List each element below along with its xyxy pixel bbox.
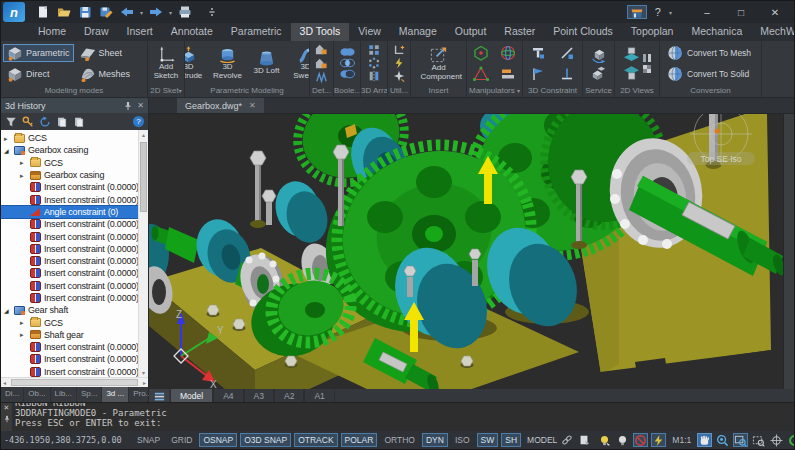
lights-on-icon[interactable] — [597, 433, 612, 447]
tree-item[interactable]: Insert constraint (0.0000) — [1, 181, 138, 193]
3d-canvas[interactable]: Top SE Iso Z Y X — [149, 114, 795, 389]
update-solid-icon[interactable] — [590, 46, 607, 63]
status-toggle[interactable]: POLAR — [341, 433, 378, 447]
sheet-mode-button[interactable]: Sheet — [76, 44, 145, 62]
panel-tab[interactable]: Sp... — [77, 387, 102, 402]
tree-horizontal-scrollbar[interactable]: ◂▸ — [1, 377, 148, 387]
close-document-icon[interactable]: ✕ — [249, 101, 256, 110]
ribbon-tab[interactable]: Parametric — [222, 23, 291, 41]
tree-item[interactable]: Insert constraint (0.0000) — [1, 230, 138, 242]
tree-item[interactable]: Insert constraint (0.0000) — [1, 267, 138, 279]
tree-item[interactable]: GCS — [1, 132, 138, 144]
close-button[interactable]: ✕ — [762, 7, 788, 18]
ribbon-tab[interactable]: Output — [446, 23, 496, 41]
scroll-down-icon[interactable]: ▾ — [139, 369, 148, 376]
annotation-scale[interactable]: M1:1 — [672, 435, 691, 445]
undo-dropdown-icon[interactable]: ▾ — [140, 9, 143, 16]
model-space-label[interactable]: MODEL — [527, 435, 557, 445]
expand-arrow-icon[interactable] — [20, 331, 30, 338]
status-toggle[interactable]: SNAP — [133, 433, 164, 447]
tree-item[interactable]: Insert constraint (0.0000) — [1, 218, 138, 230]
maximize-button[interactable]: □ — [728, 7, 754, 18]
panel-tab[interactable]: 3d ... — [102, 387, 129, 402]
tree-item[interactable]: Insert constraint (0.0000) — [1, 353, 138, 365]
flag-constraint-icon[interactable] — [531, 67, 545, 81]
detail-house2-icon[interactable] — [315, 57, 328, 70]
expand-arrow-icon[interactable] — [4, 147, 14, 154]
command-prompt-line[interactable]: Press ESC or ENTER to exit: — [15, 418, 794, 428]
ribbon-tab[interactable]: Topoplan — [622, 23, 683, 41]
status-toggle[interactable]: SW — [477, 433, 499, 447]
ribbon-tab[interactable]: Home — [29, 23, 75, 41]
triangle-manipulator-icon[interactable] — [473, 66, 489, 82]
locator-toggle-icon[interactable] — [787, 433, 795, 447]
coincident-constraint-icon[interactable] — [531, 46, 545, 60]
close-panel-icon[interactable]: ✕ — [137, 101, 144, 111]
tree-item[interactable]: Insert constraint (0.0000) — [1, 366, 138, 377]
convert-to-solid-button[interactable]: Convert To Solid — [663, 65, 753, 83]
link-icon[interactable] — [560, 433, 574, 447]
tree-item[interactable]: Gear shaft — [1, 304, 138, 316]
section-view-icon[interactable] — [623, 64, 640, 81]
refresh-icon[interactable] — [39, 116, 51, 128]
panel-tab[interactable]: Ob... — [24, 387, 50, 402]
tangent-constraint-icon[interactable] — [560, 46, 574, 60]
ribbon-tab[interactable]: 3D Tools — [291, 23, 350, 41]
status-toggle[interactable]: OTRACK — [294, 433, 337, 447]
panel-tab[interactable]: Di... — [1, 387, 24, 402]
expand-arrow-icon[interactable] — [20, 159, 30, 166]
hex-manipulator-icon[interactable] — [473, 45, 489, 61]
revolve-button[interactable]: 3D Revolve — [209, 44, 247, 82]
intersect-icon[interactable] — [340, 58, 355, 68]
undo-icon[interactable] — [119, 4, 135, 20]
paper-icon[interactable] — [577, 433, 591, 447]
add-sketch-button[interactable]: Add Sketch — [148, 44, 184, 82]
sphere-manipulator-icon[interactable] — [500, 45, 516, 61]
polar-array-icon[interactable] — [368, 57, 380, 69]
redo-dropdown-icon[interactable]: ▾ — [169, 9, 172, 16]
util-point-icon[interactable] — [393, 70, 405, 82]
tree-item[interactable]: GCS — [1, 316, 138, 328]
paste-history-icon[interactable] — [73, 116, 85, 128]
print-icon[interactable] — [177, 4, 193, 20]
status-toggle[interactable]: ORTHO — [380, 433, 419, 447]
copy-solids-icon[interactable] — [590, 64, 607, 81]
tree-item[interactable]: Gearbox casing — [1, 144, 138, 156]
quick-properties-icon[interactable] — [651, 433, 666, 447]
save-icon[interactable] — [77, 4, 93, 20]
bars-manipulator-icon[interactable] — [500, 66, 516, 82]
tree-item[interactable]: Gearbox casing — [1, 169, 138, 181]
detail-house-icon[interactable] — [315, 43, 328, 56]
ribbon-tab[interactable]: Draw — [75, 23, 118, 41]
util-corner-icon[interactable] — [393, 44, 405, 56]
status-toggle[interactable]: GRID — [167, 433, 196, 447]
copy-history-icon[interactable] — [56, 116, 68, 128]
pan-icon[interactable] — [697, 433, 712, 447]
tree-item[interactable]: Insert constraint (0.0000) — [1, 193, 138, 205]
document-tab[interactable]: Gearbox.dwg* ✕ — [177, 98, 264, 113]
ribbon-tab[interactable]: View — [349, 23, 390, 41]
convert-to-mesh-button[interactable]: Convert To Mesh — [663, 44, 755, 62]
status-toggle[interactable]: OSNAP — [199, 433, 237, 447]
app-store-icon[interactable] — [627, 5, 647, 19]
help-icon[interactable]: ? — [133, 116, 144, 127]
tree-vertical-scrollbar[interactable]: ▴▾ — [138, 130, 148, 377]
filter-icon[interactable] — [5, 116, 17, 128]
ribbon-tab[interactable]: Insert — [118, 23, 162, 41]
union-icon[interactable] — [340, 47, 355, 57]
pin-icon[interactable] — [123, 101, 133, 111]
tree-item[interactable]: Insert constraint (0.0000) — [1, 280, 138, 292]
orbit-icon[interactable] — [769, 433, 784, 447]
zoom-realtime-icon[interactable] — [715, 433, 730, 447]
expand-arrow-icon[interactable] — [20, 319, 30, 326]
pin-command-icon[interactable] — [3, 415, 11, 423]
loft-button[interactable]: 3D Loft — [248, 48, 286, 77]
status-toggle[interactable]: O3D SNAP — [240, 433, 291, 447]
view-bars-icon[interactable] — [642, 53, 652, 63]
open-file-icon[interactable] — [56, 4, 72, 20]
parametric-mode-button[interactable]: Parametric — [3, 44, 74, 62]
tree-item[interactable]: GCS — [1, 157, 138, 169]
zoom-window-icon[interactable] — [733, 433, 748, 447]
meshes-mode-button[interactable]: Meshes — [76, 65, 145, 83]
mirror-icon[interactable] — [368, 70, 380, 82]
